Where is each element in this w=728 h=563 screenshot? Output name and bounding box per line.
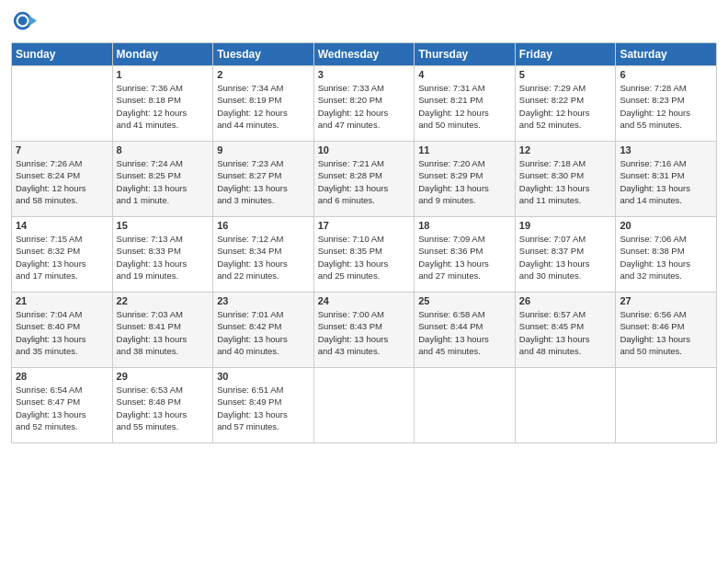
- calendar-cell: 26Sunrise: 6:57 AM Sunset: 8:45 PM Dayli…: [515, 293, 616, 368]
- calendar-cell: 23Sunrise: 7:01 AM Sunset: 8:42 PM Dayli…: [213, 293, 314, 368]
- day-info: Sunrise: 7:06 AM Sunset: 8:38 PM Dayligh…: [620, 233, 712, 282]
- calendar-cell: 20Sunrise: 7:06 AM Sunset: 8:38 PM Dayli…: [616, 217, 717, 293]
- calendar-cell: 9Sunrise: 7:23 AM Sunset: 8:27 PM Daylig…: [213, 142, 314, 217]
- day-info: Sunrise: 7:10 AM Sunset: 8:35 PM Dayligh…: [318, 233, 411, 282]
- day-info: Sunrise: 7:33 AM Sunset: 8:20 PM Dayligh…: [318, 82, 411, 131]
- day-number: 29: [117, 371, 210, 382]
- calendar-week-row: 7Sunrise: 7:26 AM Sunset: 8:24 PM Daylig…: [12, 142, 717, 217]
- calendar-day-header: Friday: [515, 43, 616, 66]
- calendar-cell: 13Sunrise: 7:16 AM Sunset: 8:31 PM Dayli…: [616, 142, 717, 217]
- page-container: SundayMondayTuesdayWednesdayThursdayFrid…: [0, 0, 728, 453]
- day-number: 21: [16, 295, 108, 306]
- day-number: 13: [620, 144, 712, 155]
- calendar-cell: 29Sunrise: 6:53 AM Sunset: 8:48 PM Dayli…: [112, 368, 213, 443]
- day-number: 5: [519, 69, 612, 80]
- day-number: 16: [217, 220, 310, 231]
- calendar-cell: 6Sunrise: 7:28 AM Sunset: 8:23 PM Daylig…: [616, 66, 717, 142]
- day-info: Sunrise: 7:18 AM Sunset: 8:30 PM Dayligh…: [519, 157, 612, 206]
- calendar-cell: 15Sunrise: 7:13 AM Sunset: 8:33 PM Dayli…: [112, 217, 213, 293]
- calendar-cell: 5Sunrise: 7:29 AM Sunset: 8:22 PM Daylig…: [515, 66, 616, 142]
- day-number: 6: [620, 69, 712, 80]
- day-number: 15: [117, 220, 210, 231]
- calendar-header-row: SundayMondayTuesdayWednesdayThursdayFrid…: [12, 43, 717, 66]
- day-number: 25: [418, 295, 511, 306]
- calendar-week-row: 21Sunrise: 7:04 AM Sunset: 8:40 PM Dayli…: [12, 293, 717, 368]
- day-number: 1: [117, 69, 210, 80]
- page-header: [11, 9, 717, 35]
- calendar-cell: 25Sunrise: 6:58 AM Sunset: 8:44 PM Dayli…: [415, 293, 516, 368]
- calendar-day-header: Monday: [112, 43, 213, 66]
- day-number: 4: [418, 69, 511, 80]
- day-number: 23: [217, 295, 310, 306]
- calendar-cell: 10Sunrise: 7:21 AM Sunset: 8:28 PM Dayli…: [313, 142, 415, 217]
- calendar-cell: 22Sunrise: 7:03 AM Sunset: 8:41 PM Dayli…: [112, 293, 213, 368]
- calendar-cell: 30Sunrise: 6:51 AM Sunset: 8:49 PM Dayli…: [213, 368, 314, 443]
- day-info: Sunrise: 7:13 AM Sunset: 8:33 PM Dayligh…: [117, 233, 210, 282]
- logo: [11, 9, 40, 35]
- day-info: Sunrise: 7:36 AM Sunset: 8:18 PM Dayligh…: [117, 82, 210, 131]
- day-number: 11: [418, 144, 511, 155]
- day-number: 24: [318, 295, 411, 306]
- calendar-cell: 12Sunrise: 7:18 AM Sunset: 8:30 PM Dayli…: [515, 142, 616, 217]
- calendar-cell: 14Sunrise: 7:15 AM Sunset: 8:32 PM Dayli…: [12, 217, 113, 293]
- day-info: Sunrise: 7:15 AM Sunset: 8:32 PM Dayligh…: [16, 233, 108, 282]
- day-info: Sunrise: 6:58 AM Sunset: 8:44 PM Dayligh…: [418, 308, 511, 357]
- calendar-day-header: Wednesday: [313, 43, 415, 66]
- calendar-week-row: 28Sunrise: 6:54 AM Sunset: 8:47 PM Dayli…: [12, 368, 717, 443]
- day-number: 7: [16, 144, 108, 155]
- day-number: 20: [620, 220, 712, 231]
- calendar-day-header: Tuesday: [213, 43, 314, 66]
- calendar-table: SundayMondayTuesdayWednesdayThursdayFrid…: [11, 42, 717, 443]
- calendar-cell: 16Sunrise: 7:12 AM Sunset: 8:34 PM Dayli…: [213, 217, 314, 293]
- calendar-cell: 28Sunrise: 6:54 AM Sunset: 8:47 PM Dayli…: [12, 368, 113, 443]
- day-info: Sunrise: 7:09 AM Sunset: 8:36 PM Dayligh…: [418, 233, 511, 282]
- calendar-cell: 18Sunrise: 7:09 AM Sunset: 8:36 PM Dayli…: [415, 217, 516, 293]
- day-number: 30: [217, 371, 310, 382]
- day-number: 8: [117, 144, 210, 155]
- day-number: 27: [620, 295, 712, 306]
- calendar-cell: 8Sunrise: 7:24 AM Sunset: 8:25 PM Daylig…: [112, 142, 213, 217]
- calendar-cell: [515, 368, 616, 443]
- day-info: Sunrise: 7:26 AM Sunset: 8:24 PM Dayligh…: [16, 157, 108, 206]
- svg-point-2: [18, 17, 28, 26]
- calendar-day-header: Saturday: [616, 43, 717, 66]
- day-number: 2: [217, 69, 310, 80]
- day-number: 17: [318, 220, 411, 231]
- calendar-cell: 1Sunrise: 7:36 AM Sunset: 8:18 PM Daylig…: [112, 66, 213, 142]
- day-info: Sunrise: 7:04 AM Sunset: 8:40 PM Dayligh…: [16, 308, 108, 357]
- calendar-cell: 27Sunrise: 6:56 AM Sunset: 8:46 PM Dayli…: [616, 293, 717, 368]
- calendar-cell: [616, 368, 717, 443]
- day-number: 28: [16, 371, 108, 382]
- calendar-cell: [415, 368, 516, 443]
- day-number: 10: [318, 144, 411, 155]
- day-info: Sunrise: 7:20 AM Sunset: 8:29 PM Dayligh…: [418, 157, 511, 206]
- day-number: 9: [217, 144, 310, 155]
- calendar-cell: 2Sunrise: 7:34 AM Sunset: 8:19 PM Daylig…: [213, 66, 314, 142]
- svg-marker-3: [29, 16, 37, 26]
- calendar-week-row: 1Sunrise: 7:36 AM Sunset: 8:18 PM Daylig…: [12, 66, 717, 142]
- day-info: Sunrise: 7:23 AM Sunset: 8:27 PM Dayligh…: [217, 157, 310, 206]
- logo-icon: [11, 9, 37, 35]
- day-info: Sunrise: 6:53 AM Sunset: 8:48 PM Dayligh…: [117, 384, 210, 432]
- day-number: 3: [318, 69, 411, 80]
- day-info: Sunrise: 7:01 AM Sunset: 8:42 PM Dayligh…: [217, 308, 310, 357]
- day-info: Sunrise: 6:57 AM Sunset: 8:45 PM Dayligh…: [519, 308, 612, 357]
- day-number: 26: [519, 295, 612, 306]
- day-info: Sunrise: 6:51 AM Sunset: 8:49 PM Dayligh…: [217, 384, 310, 432]
- calendar-cell: 11Sunrise: 7:20 AM Sunset: 8:29 PM Dayli…: [415, 142, 516, 217]
- calendar-cell: 19Sunrise: 7:07 AM Sunset: 8:37 PM Dayli…: [515, 217, 616, 293]
- day-info: Sunrise: 7:12 AM Sunset: 8:34 PM Dayligh…: [217, 233, 310, 282]
- day-info: Sunrise: 7:21 AM Sunset: 8:28 PM Dayligh…: [318, 157, 411, 206]
- calendar-cell: [12, 66, 113, 142]
- day-info: Sunrise: 6:56 AM Sunset: 8:46 PM Dayligh…: [620, 308, 712, 357]
- calendar-cell: [313, 368, 415, 443]
- day-info: Sunrise: 7:31 AM Sunset: 8:21 PM Dayligh…: [418, 82, 511, 131]
- day-info: Sunrise: 7:00 AM Sunset: 8:43 PM Dayligh…: [318, 308, 411, 357]
- calendar-cell: 17Sunrise: 7:10 AM Sunset: 8:35 PM Dayli…: [313, 217, 415, 293]
- day-info: Sunrise: 7:24 AM Sunset: 8:25 PM Dayligh…: [117, 157, 210, 206]
- day-info: Sunrise: 7:28 AM Sunset: 8:23 PM Dayligh…: [620, 82, 712, 131]
- day-number: 22: [117, 295, 210, 306]
- day-number: 19: [519, 220, 612, 231]
- day-number: 14: [16, 220, 108, 231]
- calendar-cell: 24Sunrise: 7:00 AM Sunset: 8:43 PM Dayli…: [313, 293, 415, 368]
